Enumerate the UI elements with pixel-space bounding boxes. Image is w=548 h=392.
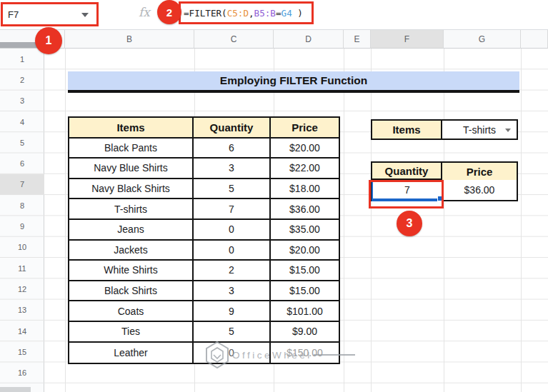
cell-item[interactable]: Ties	[69, 322, 194, 343]
row-header-9[interactable]: 9	[0, 216, 44, 236]
annotation-badge-1: 1	[35, 27, 62, 54]
cell-quantity[interactable]: 5	[194, 322, 271, 343]
row-header-5[interactable]: 5	[0, 132, 44, 153]
items-table: Items Quantity Price Black Pants 6 $20.0…	[68, 116, 340, 364]
result-header-price[interactable]: Price	[442, 163, 517, 180]
cell-item[interactable]: Leather	[69, 343, 194, 363]
row-header-12[interactable]: 12	[0, 278, 44, 299]
cell-price[interactable]: $20.00	[271, 139, 339, 159]
cell-quantity[interactable]: 6	[194, 139, 271, 159]
watermark-dash	[314, 354, 355, 356]
annotation-rect-f7	[369, 180, 444, 208]
cell-price[interactable]: $35.00	[271, 220, 339, 241]
cell-quantity[interactable]: 3	[194, 281, 271, 302]
formula-part-range1: C5:D	[227, 8, 249, 19]
formula-input[interactable]: =FILTER( C5:D , B5:B = G4 )	[179, 1, 314, 24]
row-header-4[interactable]: 4	[0, 111, 44, 132]
gridline	[371, 49, 372, 392]
cell-price[interactable]: $18.00	[271, 179, 339, 200]
gridline	[444, 49, 444, 392]
row-header-14[interactable]: 14	[0, 321, 44, 341]
items-table-header-quantity[interactable]: Quantity	[194, 118, 271, 139]
column-header-f[interactable]: F	[371, 30, 444, 49]
column-header-c[interactable]: C	[194, 30, 274, 49]
criteria-value: T-shirts	[463, 124, 496, 136]
row-header-11[interactable]: 11	[0, 258, 44, 278]
sheet-title-banner: Employing FILTER Function	[68, 71, 519, 93]
row-header-3[interactable]: 3	[0, 91, 44, 111]
cell-item[interactable]: T-shirts	[69, 199, 194, 220]
column-header-e[interactable]: E	[344, 30, 371, 49]
cell-quantity[interactable]: 9	[194, 301, 271, 322]
cell-item[interactable]: White Shirts	[69, 261, 194, 281]
formula-bar: F7 fx =FILTER( C5:D , B5:B = G4 )	[0, 0, 548, 30]
items-table-header-items[interactable]: Items	[69, 118, 194, 139]
watermark-text: OfficeWheel	[232, 350, 312, 361]
cell-price[interactable]: $22.00	[271, 159, 339, 179]
criteria-label: Items	[372, 121, 442, 139]
cell-quantity[interactable]: 5	[194, 179, 271, 200]
cell-price[interactable]: $20.00	[271, 241, 339, 261]
column-header-h[interactable]	[521, 30, 548, 49]
formula-part: )	[292, 8, 303, 19]
gridline	[65, 49, 66, 392]
gridline	[521, 49, 522, 392]
name-box-dropdown-icon[interactable]	[81, 13, 89, 17]
cell-price[interactable]: $101.00	[271, 301, 339, 322]
cell-quantity[interactable]: 2	[194, 261, 271, 281]
name-box-value: F7	[3, 9, 19, 20]
cell-item[interactable]: Jackets	[69, 241, 194, 261]
criteria-dropdown[interactable]: T-shirts	[442, 121, 517, 139]
column-header-b[interactable]: B	[65, 30, 194, 49]
row-header-2[interactable]: 2	[0, 69, 44, 90]
annotation-badge-3: 3	[397, 211, 422, 236]
formula-part: =FILTER(	[184, 8, 227, 19]
cell-price[interactable]: $36.00	[271, 199, 339, 220]
column-header-row: B C D E F G	[0, 30, 548, 49]
fx-icon: fx	[139, 5, 150, 19]
spreadsheet-app: F7 fx =FILTER( C5:D , B5:B = G4 ) B C D …	[0, 0, 548, 392]
cell-price[interactable]: $15.00	[271, 261, 339, 281]
cell-item[interactable]: Black Pants	[69, 139, 194, 159]
cell-item[interactable]: Navy Blue Shirts	[69, 159, 194, 179]
cell-price[interactable]: $15.00	[271, 281, 339, 302]
formula-part: ,	[249, 8, 254, 19]
name-box[interactable]: F7	[1, 2, 99, 26]
cell-item[interactable]: Jeans	[69, 220, 194, 241]
cell-price[interactable]: $9.00	[271, 322, 339, 343]
cell-quantity[interactable]: 7	[194, 199, 271, 220]
annotation-badge-2: 2	[157, 0, 181, 24]
watermark: OfficeWheel	[204, 341, 355, 369]
row-header-13[interactable]: 13	[0, 300, 44, 321]
cell-item[interactable]: Black Shirts	[69, 281, 194, 302]
row-header-7[interactable]: 7	[0, 174, 44, 195]
row-header-15[interactable]: 15	[0, 341, 44, 362]
result-header-quantity[interactable]: Quantity	[372, 163, 442, 180]
formula-part-range2: B5:B	[254, 8, 276, 19]
scroll-corner-block	[0, 387, 31, 392]
column-header-d[interactable]: D	[274, 30, 344, 49]
dropdown-caret-icon[interactable]	[505, 129, 511, 132]
cell-item[interactable]: Coats	[69, 301, 194, 322]
formula-part: =	[276, 8, 282, 19]
items-table-header-price[interactable]: Price	[271, 118, 339, 139]
row-header-10[interactable]: 10	[0, 237, 44, 258]
cell-item[interactable]: Navy Black Shirts	[69, 179, 194, 200]
corner-bar	[0, 42, 40, 48]
row-header-8[interactable]: 8	[0, 195, 44, 216]
column-header-g[interactable]: G	[444, 30, 521, 49]
cell-quantity[interactable]: 3	[194, 159, 271, 179]
officewheel-logo-icon	[204, 341, 230, 369]
row-header-1[interactable]: 1	[0, 49, 44, 69]
cell-quantity[interactable]: 0	[194, 220, 271, 241]
formula-part-range3: G4	[282, 8, 292, 19]
criteria-table: Items T-shirts	[371, 119, 518, 140]
row-header-6[interactable]: 6	[0, 154, 44, 174]
cell-quantity[interactable]: 0	[194, 241, 271, 261]
result-cell-price[interactable]: $36.00	[442, 180, 517, 200]
row-header-16[interactable]: 16	[0, 363, 44, 383]
